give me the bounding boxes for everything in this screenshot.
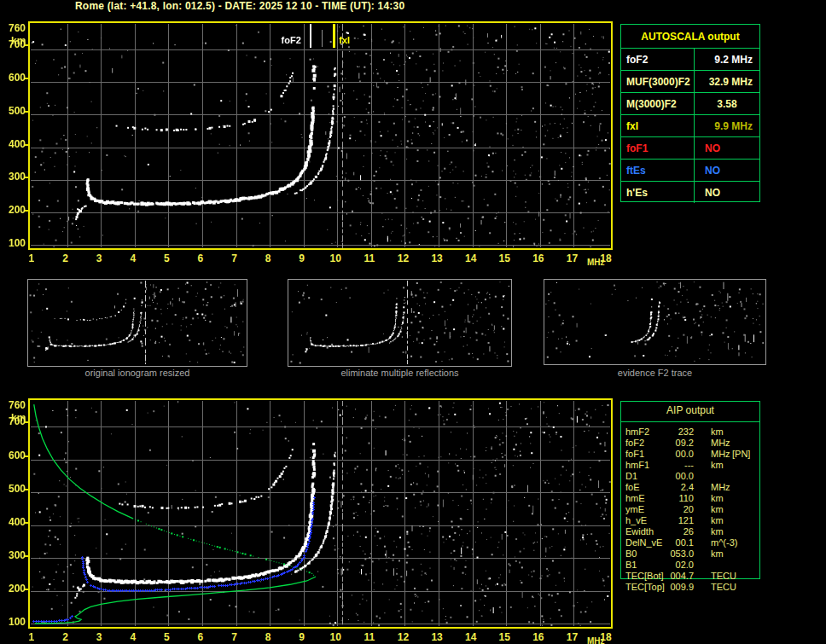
fof2-line-label: foF2: [282, 35, 301, 45]
y-tick-label: 760: [2, 399, 26, 411]
aip-row-unit: km: [711, 515, 724, 525]
x-tick-label: 2: [62, 631, 68, 643]
x-tick-label: 11: [364, 631, 375, 643]
aip-row: foF100.0MHz[PN]: [620, 449, 765, 460]
aip-row: h_vE121km: [620, 515, 765, 526]
aip-row: hmF2232km: [620, 426, 765, 438]
thumbnail-eliminate-reflections: [288, 279, 512, 367]
autoscala-row-value: 9.2 MHz: [694, 48, 759, 70]
y-axis-tick-mark: [25, 78, 28, 79]
thumbnail-caption-original: original ionogram resized: [27, 368, 247, 378]
aip-row-unit: km: [711, 526, 724, 537]
x-axis-unit-label: MHz: [587, 258, 605, 267]
autoscala-row-value: NO: [694, 136, 759, 159]
thumbnail-original-canvas: [28, 280, 245, 364]
y-axis-tick-mark: [25, 455, 28, 457]
aip-table-title: AIP output: [620, 404, 760, 416]
y-tick-label: 100: [2, 616, 26, 628]
x-tick-label: 8: [265, 631, 271, 643]
x-tick-label: 10: [330, 252, 341, 264]
x-tick-label: 5: [164, 631, 170, 643]
x-tick-label: 1: [29, 631, 35, 643]
x-tick-label: 5: [164, 252, 170, 264]
y-tick-label: 600: [2, 72, 26, 84]
x-tick-label: 13: [431, 252, 442, 264]
aip-row: foE2.4MHz: [620, 482, 765, 493]
x-axis-unit-label: MHz: [587, 636, 605, 644]
aip-row: DelN_vE00.1m^(-3): [620, 537, 765, 548]
bottom-ionogram-profile-plot: [28, 398, 613, 629]
x-tick-label: 16: [532, 631, 544, 643]
y-tick-label: 500: [2, 105, 26, 117]
aip-row: TEC[Top]009.9TECU: [620, 582, 765, 593]
autoscala-row-label: foF1: [621, 136, 694, 159]
autoscala-row-label: fxI: [621, 114, 694, 136]
x-tick-label: 4: [130, 252, 136, 264]
y-axis-tick-mark: [25, 589, 28, 590]
x-tick-label: 14: [465, 631, 476, 643]
y-axis-unit-label: km: [11, 35, 26, 47]
y-axis-tick-mark: [25, 210, 28, 212]
y-tick-label: 600: [2, 450, 26, 461]
y-tick-label: 200: [2, 204, 26, 216]
y-tick-label: 200: [2, 583, 26, 595]
autoscala-row-label: MUF(3000)F2: [621, 70, 694, 92]
x-tick-label: 10: [330, 631, 341, 643]
aip-row-value: 232: [641, 426, 694, 437]
aip-header-divider: [621, 421, 759, 422]
x-tick-label: 1: [29, 252, 35, 264]
x-tick-label: 15: [499, 252, 510, 264]
y-tick-label: 500: [2, 483, 26, 495]
autoscala-row-label: foF2: [621, 48, 694, 70]
aip-row-unit: km: [711, 426, 724, 437]
y-axis-tick-mark: [25, 177, 28, 178]
thumbnail-original-ionogram: [27, 279, 247, 367]
x-tick-label: 6: [198, 252, 204, 264]
aip-row-note: [PN]: [732, 449, 750, 459]
x-tick-label: 3: [96, 252, 102, 264]
aip-row-value: 2.4: [641, 482, 694, 492]
y-tick-label: 300: [2, 171, 26, 183]
y-tick-label: 400: [2, 516, 26, 528]
y-axis-unit-label: km: [11, 412, 26, 424]
x-tick-label: 3: [96, 631, 102, 643]
aip-row: foF209.2MHz: [620, 438, 765, 449]
aip-row-unit: TECU: [711, 571, 736, 581]
x-tick-label: 12: [398, 252, 409, 264]
aip-row-unit: MHz: [711, 449, 730, 459]
aip-row-value: 004.7: [641, 571, 694, 581]
autoscala-row-label: M(3000)F2: [621, 92, 694, 114]
autoscala-app-window: { "title": { "text": "Rome (lat: +41.8, …: [0, 0, 826, 644]
x-tick-label: 14: [465, 252, 476, 264]
aip-row: D100.0: [620, 471, 765, 482]
aip-row-unit: km: [711, 493, 724, 503]
autoscala-table-title: AUTOSCALA output: [621, 25, 759, 48]
aip-row-unit: MHz: [711, 482, 730, 492]
autoscala-row-value: 32.9 MHz: [694, 70, 759, 92]
aip-row-value: 26: [641, 526, 694, 537]
aip-row-label: D1: [625, 471, 637, 481]
top-ionogram-plot: foF2 fxI: [28, 21, 613, 250]
aip-row: hmF1---km: [620, 460, 765, 471]
autoscala-row-value: 3.58: [694, 92, 759, 114]
aip-row: Ewidth26km: [620, 526, 765, 537]
x-tick-label: 16: [532, 252, 544, 264]
y-axis-tick-mark: [25, 44, 28, 46]
thumbnail-eliminate-canvas: [288, 280, 509, 364]
autoscala-row-value: 9.9 MHz: [694, 114, 759, 136]
x-tick-label: 4: [130, 631, 136, 643]
aip-row-value: 00.1: [641, 537, 694, 548]
aip-row: B102.0: [620, 560, 765, 571]
y-tick-label: 100: [2, 237, 26, 249]
aip-row-unit: km: [711, 504, 724, 514]
top-ionogram-canvas: [30, 23, 611, 248]
thumbnail-caption-f2: evidence F2 trace: [544, 368, 766, 378]
aip-row-value: 009.9: [641, 582, 694, 592]
aip-row-value: 121: [641, 515, 694, 525]
aip-row-value: 20: [641, 504, 694, 514]
y-axis-tick-mark: [25, 144, 28, 146]
thumbnail-f2-canvas: [544, 280, 764, 363]
aip-row-value: 110: [641, 493, 694, 503]
aip-row: ymE20km: [620, 504, 765, 515]
y-tick-label: 760: [2, 22, 26, 34]
